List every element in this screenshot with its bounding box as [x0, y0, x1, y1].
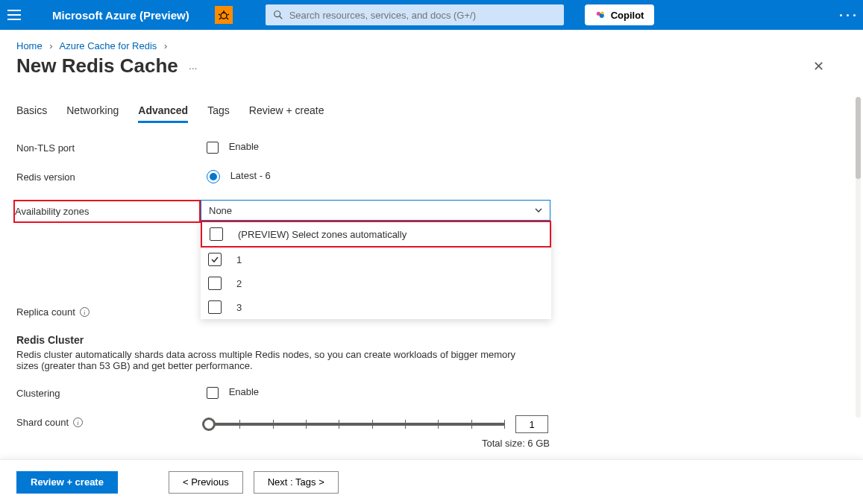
more-icon[interactable]: …	[189, 61, 199, 72]
svg-point-0	[221, 13, 227, 19]
total-size: Total size: 6 GB	[207, 438, 550, 449]
label-redis-version: Redis version	[16, 170, 207, 183]
search-input[interactable]	[289, 10, 556, 21]
checkbox-zone-1[interactable]	[208, 253, 222, 266]
availability-zones-select[interactable]: None	[201, 200, 550, 221]
checkbox-clustering-label: Enable	[229, 386, 259, 397]
close-icon[interactable]: ✕	[813, 60, 824, 73]
checkbox-zone-auto[interactable]	[210, 227, 223, 241]
main-content: Basics Networking Advanced Tags Review +…	[0, 89, 863, 459]
search-icon	[273, 10, 283, 20]
copilot-icon	[595, 10, 606, 20]
svg-line-7	[279, 16, 282, 19]
scrollbar[interactable]	[856, 97, 861, 418]
previous-button[interactable]: < Previous	[169, 471, 243, 494]
availability-zones-dropdown: (PREVIEW) Select zones automatically 1 2…	[201, 221, 551, 319]
label-availability-zones: Availability zones	[15, 206, 89, 217]
row-availability-zones: Availability zones None (PREVIEW) Select…	[16, 200, 847, 223]
section-redis-cluster: Redis Cluster Redis cluster automaticall…	[16, 334, 847, 371]
top-bar: Microsoft Azure (Preview) Copilot	[0, 0, 863, 30]
row-clustering: Clustering Enable	[16, 386, 847, 399]
zone-option-2-label: 2	[236, 278, 242, 289]
breadcrumb-home[interactable]: Home	[16, 40, 43, 51]
brand-label[interactable]: Microsoft Azure (Preview)	[52, 9, 189, 22]
desc-redis-cluster: Redis cluster automatically shards data …	[16, 349, 539, 371]
row-non-tls: Non-TLS port Enable	[16, 141, 847, 154]
checkbox-zone-2[interactable]	[208, 277, 222, 290]
svg-line-4	[219, 18, 221, 19]
chevron-right-icon: ›	[164, 40, 167, 51]
label-replica-count: Replica count	[16, 306, 75, 318]
label-clustering: Clustering	[16, 386, 207, 399]
page-title: New Redis Cache	[16, 54, 178, 78]
scrollbar-thumb[interactable]	[856, 97, 861, 179]
copilot-button[interactable]: Copilot	[585, 4, 655, 25]
zone-option-auto-label: (PREVIEW) Select zones automatically	[238, 229, 407, 240]
review-create-button[interactable]: Review + create	[16, 471, 118, 494]
chevron-right-icon: ›	[49, 40, 52, 51]
footer: Review + create < Previous Next : Tags >	[0, 459, 863, 504]
checkbox-non-tls[interactable]	[207, 142, 219, 154]
chevron-down-icon	[533, 205, 544, 215]
svg-line-3	[227, 14, 229, 15]
zone-option-2[interactable]: 2	[201, 271, 551, 295]
search-box[interactable]	[266, 4, 564, 25]
info-icon[interactable]: i	[73, 418, 83, 427]
zone-option-auto[interactable]: (PREVIEW) Select zones automatically	[202, 222, 550, 246]
tab-basics[interactable]: Basics	[16, 104, 47, 123]
bug-icon[interactable]	[215, 6, 233, 24]
copilot-label: Copilot	[611, 10, 644, 21]
breadcrumb: Home › Azure Cache for Redis ›	[0, 30, 863, 54]
slider-thumb[interactable]	[202, 418, 216, 431]
label-shard-count: Shard count	[16, 417, 69, 428]
menu-icon[interactable]	[7, 10, 21, 20]
radio-latest-6-label: Latest - 6	[230, 170, 271, 181]
svg-line-2	[219, 14, 220, 15]
zone-option-3-label: 3	[236, 302, 242, 313]
zone-option-3[interactable]: 3	[201, 295, 551, 319]
overflow-menu[interactable]	[840, 14, 856, 16]
row-redis-version: Redis version Latest - 6	[16, 170, 847, 183]
shard-slider[interactable]	[207, 419, 505, 429]
breadcrumb-service[interactable]: Azure Cache for Redis	[60, 40, 157, 51]
title-row: New Redis Cache … ✕	[0, 54, 863, 86]
svg-point-6	[274, 11, 280, 17]
row-shard-count: Shard count i Total size: 6 GB 412.18 US…	[16, 415, 847, 459]
heading-redis-cluster: Redis Cluster	[16, 334, 847, 346]
radio-latest-6[interactable]	[207, 170, 220, 183]
shard-count-input[interactable]	[515, 415, 548, 433]
tab-networking[interactable]: Networking	[66, 104, 119, 123]
zone-option-1[interactable]: 1	[201, 248, 551, 271]
tab-advanced[interactable]: Advanced	[138, 104, 188, 123]
next-button[interactable]: Next : Tags >	[254, 471, 339, 494]
tabs: Basics Networking Advanced Tags Review +…	[16, 104, 847, 123]
tab-tags[interactable]: Tags	[207, 104, 230, 123]
tab-review[interactable]: Review + create	[249, 104, 324, 123]
availability-zones-selected: None	[209, 205, 232, 216]
checkbox-clustering[interactable]	[207, 387, 219, 399]
svg-point-10	[600, 11, 603, 14]
label-non-tls: Non-TLS port	[16, 141, 207, 154]
info-icon[interactable]: i	[80, 307, 90, 317]
zone-option-1-label: 1	[236, 254, 242, 265]
checkbox-zone-3[interactable]	[208, 300, 222, 314]
svg-line-5	[227, 18, 228, 19]
checkbox-non-tls-label: Enable	[229, 141, 259, 152]
